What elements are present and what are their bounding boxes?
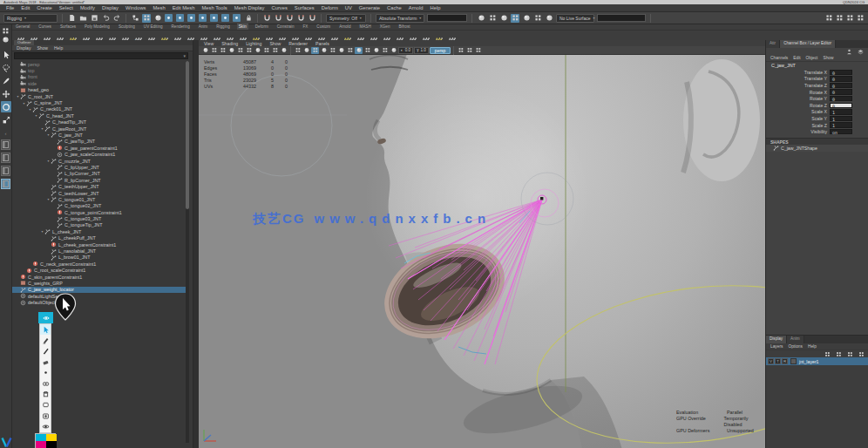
- channel-value-field[interactable]: on: [830, 129, 852, 134]
- outliner-item-defaultobjectset[interactable]: defaultObjectSet: [12, 299, 188, 305]
- shelf-tab-uv-editing[interactable]: UV Editing: [142, 24, 165, 30]
- channel-menu-show[interactable]: Show: [823, 56, 833, 60]
- outliner-scrollbar[interactable]: [186, 61, 189, 443]
- layer-tab-display[interactable]: Display: [766, 336, 787, 343]
- color-swatch-000000[interactable]: [46, 441, 57, 448]
- outliner-item-l-cheek-parentconstraint1[interactable]: L_cheek_parentConstraint1: [12, 241, 188, 248]
- menu-arnold[interactable]: Arnold: [409, 5, 424, 10]
- vp-wireframe-button[interactable]: [294, 47, 302, 54]
- shelf-tab-xgen[interactable]: XGen: [378, 24, 392, 30]
- selection-mask-toggle-0[interactable]: [165, 14, 173, 22]
- outliner-item-l-cheek-jnt[interactable]: ▾L_cheek_JNT: [12, 228, 188, 234]
- outliner-item-l-cheekpuff-jnt[interactable]: L_cheekPuff_JNT: [12, 235, 188, 241]
- menu-select[interactable]: Select: [59, 5, 73, 10]
- render-settings-button[interactable]: [488, 14, 497, 23]
- channel-box-toggle[interactable]: [845, 14, 854, 23]
- layer-toggle-v[interactable]: V: [768, 358, 774, 364]
- vp-joints-xray-button[interactable]: [337, 47, 345, 54]
- channel-value-field[interactable]: 1: [830, 116, 852, 121]
- shelf-tab-bifrost[interactable]: Bifrost: [397, 24, 411, 30]
- menu-generate[interactable]: Generate: [359, 5, 380, 10]
- annotation-tool-cylinder[interactable]: [40, 389, 51, 399]
- layer-toggle-t[interactable]: T: [775, 358, 781, 364]
- vp-uv-button[interactable]: [372, 47, 380, 54]
- outliner-item-c-teethlower-jnt[interactable]: C_teethLower_JNT: [12, 190, 188, 196]
- snap-curve-button[interactable]: [274, 14, 282, 23]
- shelf-tab-general[interactable]: General: [14, 24, 31, 30]
- outliner-item-c-neck-parentconstraint1[interactable]: C_neck_parentConstraint1: [12, 261, 188, 267]
- channel-value-field[interactable]: 0: [830, 103, 852, 108]
- color-swatch-00b4d8[interactable]: [36, 434, 46, 441]
- viewport-menu-lighting[interactable]: Lighting: [246, 41, 261, 46]
- channel-row-translate-x[interactable]: Translate X0: [766, 69, 868, 76]
- outliner-item-c-tongue-pointconstraint1[interactable]: C_tongue_pointConstraint1: [12, 209, 188, 215]
- outliner-item-c-skin-parentconstraint1[interactable]: C_skin_parentConstraint1: [12, 274, 188, 280]
- outliner-item-l-lipcorner-jnt[interactable]: L_lipCorner_JNT: [12, 171, 188, 177]
- menu-deform[interactable]: Deform: [322, 5, 338, 10]
- shelf-tab-constrain[interactable]: Constrain: [275, 24, 296, 30]
- hypershade-button[interactable]: [499, 14, 508, 23]
- annotation-tool-cursor[interactable]: [40, 324, 51, 335]
- channel-value-field[interactable]: 0: [830, 83, 852, 88]
- annotation-tool-visibility[interactable]: [40, 422, 51, 432]
- shelf-tab-sculpting[interactable]: Sculpting: [117, 24, 137, 30]
- layout-persp-graph[interactable]: [1, 179, 10, 189]
- menu-mesh-display[interactable]: Mesh Display: [234, 5, 265, 10]
- menu-curves[interactable]: Curves: [271, 5, 287, 10]
- layout-persp-outliner[interactable]: [1, 166, 10, 176]
- menu-mesh-tools[interactable]: Mesh Tools: [201, 5, 227, 10]
- scale-tool[interactable]: [1, 114, 11, 126]
- selection-mask-toggle-4[interactable]: [210, 14, 218, 22]
- outliner-item-c-jaw-parentconstraint1[interactable]: C_jaw_parentConstraint1: [12, 145, 188, 151]
- vp-camera-button[interactable]: [201, 47, 209, 54]
- vp-ao-button[interactable]: [271, 47, 279, 54]
- annotation-tool-dot[interactable]: [40, 368, 51, 378]
- vp-lighting-button[interactable]: [320, 47, 328, 54]
- shelf-tab-arnold[interactable]: Arnold: [337, 24, 352, 30]
- outliner-item-head-geo[interactable]: head_geo: [12, 87, 188, 93]
- channel-row-scale-z[interactable]: Scale Z1: [766, 122, 868, 129]
- outliner-item-l-nasolabial-jnt[interactable]: L_nasolabial_JNT: [12, 248, 188, 254]
- channel-row-rotate-y[interactable]: Rotate Y0: [766, 95, 868, 102]
- vp-field-button[interactable]: [245, 47, 253, 54]
- paint-select-tool[interactable]: [1, 75, 11, 86]
- select-component-mode[interactable]: [153, 14, 162, 23]
- vp-mask-button[interactable]: [236, 47, 244, 54]
- selection-mask-toggle-5[interactable]: [221, 14, 229, 22]
- outliner-item-c-headtip-jnt[interactable]: C_headTip_JNT: [12, 119, 188, 126]
- annotation-tool-highlighter[interactable]: [40, 335, 51, 345]
- select-hierarchy-mode[interactable]: [131, 14, 139, 23]
- vp-select-hl-button[interactable]: [381, 47, 389, 54]
- vp-resolution-button[interactable]: [227, 47, 235, 54]
- rotate-tool[interactable]: [1, 101, 11, 112]
- channel-menu-channels[interactable]: Channels: [770, 56, 788, 60]
- outliner-item-c-spine-jnt[interactable]: ▾C_spine_JNT: [12, 99, 188, 105]
- toolbox-collapse-arrow[interactable]: ‹: [5, 131, 7, 136]
- vp-cap-button[interactable]: [363, 47, 371, 54]
- outliner-menu-help[interactable]: Help: [54, 45, 63, 51]
- vp-light-button[interactable]: [254, 47, 261, 54]
- channel-value-field[interactable]: 0: [830, 89, 852, 94]
- channel-value-field[interactable]: 1: [830, 109, 852, 114]
- outliner-item-c-root-scaleconstraint1[interactable]: C_root_scaleConstraint1: [12, 268, 188, 274]
- save-scene-button[interactable]: [90, 14, 98, 23]
- outliner-item-defaultlightset[interactable]: defaultLightSet: [12, 293, 188, 299]
- menu-mesh[interactable]: Mesh: [153, 5, 166, 10]
- lasso-tool[interactable]: [1, 62, 11, 73]
- outliner-item-c-tongue03-jnt[interactable]: C_tongue03_JNT: [12, 215, 188, 221]
- vp-shaded-button[interactable]: [302, 47, 310, 54]
- menu-create[interactable]: Create: [37, 5, 51, 10]
- menu-set-selector[interactable]: Rigging▾: [3, 14, 58, 23]
- snap-grid-button[interactable]: [262, 14, 271, 23]
- outliner-item-c-lipupper-jnt[interactable]: C_lipUpper_JNT: [12, 164, 188, 170]
- outliner-menu-display[interactable]: Display: [17, 45, 31, 51]
- outliner-item-c-tonguetip-jnt[interactable]: C_tongueTip_JNT: [12, 222, 188, 228]
- viewport-menu-panels[interactable]: Panels: [315, 41, 329, 46]
- outliner-item-c-muzzle-jnt[interactable]: ▾C_muzzle_JNT: [12, 158, 188, 164]
- outliner-item-c-neck01-jnt[interactable]: ▾C_neck01_JNT: [12, 106, 188, 112]
- eye-icon[interactable]: [38, 312, 53, 323]
- channel-value-field[interactable]: 0: [830, 96, 852, 101]
- shelf-switch-button[interactable]: [2, 35, 10, 44]
- shelf-menu-button[interactable]: [2, 26, 10, 35]
- sidebar-tab-attr[interactable]: Attr: [766, 40, 780, 48]
